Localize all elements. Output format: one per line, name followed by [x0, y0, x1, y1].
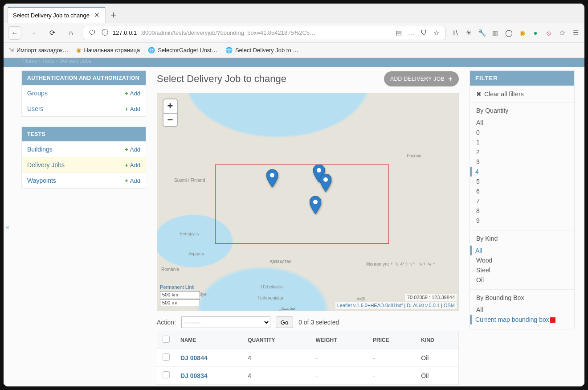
home-button[interactable]: ⌂	[64, 26, 78, 40]
col-quantity[interactable]: QUANTITY	[242, 331, 310, 349]
map-coords: 70.02059 : 123.39844	[405, 294, 457, 301]
filter-kind-item[interactable]: Oil	[476, 275, 568, 285]
col-weight[interactable]: WEIGHT	[310, 331, 368, 349]
row-checkbox[interactable]	[163, 371, 170, 378]
bookmark-import[interactable]: ⇲Импорт закладок…	[9, 47, 68, 53]
bookmark-selectdelivery[interactable]: 🌐Select Delivery Job to …	[225, 47, 298, 53]
go-button[interactable]: Go	[276, 316, 293, 328]
action-select[interactable]: ---------	[181, 316, 270, 328]
row-name-link[interactable]: DJ 00834	[175, 367, 242, 385]
filter-kind-item[interactable]: All	[470, 246, 568, 255]
filter-quantity-item[interactable]: 3	[476, 157, 568, 167]
lock-icon: ⓘ	[100, 29, 109, 37]
devtool-icon[interactable]: 🔧	[478, 29, 486, 37]
row-checkbox[interactable]	[163, 353, 170, 361]
sidebar-ext-icon[interactable]: ▥	[491, 29, 500, 37]
plus-icon: +	[125, 90, 128, 97]
url-bar[interactable]: 🛡 ⓘ 127.0.0.1:8000/admin/tests/deliveryj…	[83, 26, 445, 40]
add-buildings[interactable]: +Add	[125, 146, 140, 153]
ext-gear-icon[interactable]: ✿	[558, 29, 567, 37]
filter-bbox-all[interactable]: All	[476, 305, 568, 315]
sidebar-item-users[interactable]: Users+Add	[22, 101, 146, 116]
ext-orange-icon[interactable]: ◉	[518, 29, 527, 37]
plus-icon: +	[125, 177, 128, 184]
firefox-icon: ◉	[76, 47, 81, 53]
url-host: 127.0.0.1	[113, 29, 137, 36]
new-tab-button[interactable]: ＋	[106, 7, 122, 23]
permalink[interactable]: Permanent Link	[160, 284, 200, 290]
col-name[interactable]: NAME	[175, 331, 242, 349]
ext-noscript-icon[interactable]: ⦸	[544, 29, 553, 37]
filter-quantity-item[interactable]: 6	[476, 186, 568, 196]
sidebar-section-auth: AUTHENTICATION AND AUTHORIZATION	[22, 71, 146, 85]
add-groups[interactable]: +Add	[125, 90, 140, 97]
breadcrumb: Home › Tests › Delivery Jobs	[4, 58, 584, 67]
map-label: Suomi / Finland	[174, 178, 205, 183]
map-marker[interactable]	[320, 174, 331, 192]
filter-kind-item[interactable]: Steel	[476, 265, 568, 275]
clear-all-filters[interactable]: ✖Clear all filters	[476, 90, 568, 98]
more-icon[interactable]: …	[407, 29, 416, 37]
osm-link[interactable]: OSM	[444, 303, 455, 308]
bookmark-startpage[interactable]: ◉Начальная страница	[76, 47, 140, 53]
scale-km: 500 km	[160, 291, 200, 298]
ext1-icon[interactable]: ✳	[464, 29, 473, 37]
filter-quantity-item[interactable]: 5	[476, 177, 568, 186]
filter-quantity-item[interactable]: 1	[476, 137, 568, 147]
account-icon[interactable]: ◯	[504, 29, 513, 37]
menu-icon[interactable]: ☰	[571, 29, 580, 37]
ext-green-icon[interactable]: ●	[531, 29, 540, 37]
filter-quantity-item[interactable]: All	[476, 118, 568, 127]
filter-quantity-title: By Quantity	[476, 107, 568, 114]
filter-bbox-current[interactable]: Current map bounding box	[470, 315, 568, 324]
sidebar-item-buildings[interactable]: Buildings+Add	[22, 141, 146, 157]
plus-icon: +	[125, 146, 128, 153]
row-name-link[interactable]: DJ 00844	[175, 349, 242, 367]
reader-icon[interactable]: ▤	[394, 29, 403, 37]
filter-quantity-item[interactable]: 8	[476, 206, 568, 216]
map-label: Қазақстан	[270, 259, 291, 264]
action-row: Action: --------- Go 0 of 3 selected	[157, 316, 459, 328]
filter-quantity-item[interactable]: 9	[476, 216, 568, 226]
map-label: Україна	[188, 251, 204, 256]
filter-kind-item[interactable]: Wood	[476, 255, 568, 265]
map-marker[interactable]	[310, 196, 321, 214]
zoom-in-button[interactable]: +	[163, 99, 177, 113]
browser-tab[interactable]: Select Delivery Job to change ✕	[7, 7, 106, 23]
back-button[interactable]: ←	[8, 26, 21, 40]
sidebar-item-deliveryjobs[interactable]: Delivery Jobs+Add	[22, 157, 146, 172]
leaflet-link[interactable]: Leaflet v.1.6.0+HEAD.0c81bdf	[337, 303, 403, 308]
zoom-out-button[interactable]: −	[163, 113, 177, 126]
add-waypoints[interactable]: +Add	[125, 177, 140, 184]
filter-quantity-item[interactable]: 7	[476, 196, 568, 206]
filter-quantity-item[interactable]: 4	[470, 167, 568, 177]
add-delivery-job-button[interactable]: ADD DELIVERY JOB+	[384, 71, 459, 86]
map[interactable]: Suomi / FinlandРоссияБеларусьУкраїнаRomâ…	[157, 93, 459, 311]
globe-icon: 🌐	[148, 47, 155, 53]
bookmark-bar: ⇲Импорт закладок… ◉Начальная страница 🌐S…	[4, 43, 584, 58]
filter-kind-title: By Kind	[476, 235, 568, 242]
sidebar-item-waypoints[interactable]: Waypoints+Add	[22, 172, 146, 188]
map-marker[interactable]	[266, 169, 278, 187]
library-icon[interactable]: ⫴\	[451, 29, 460, 37]
add-deliveryjobs[interactable]: +Add	[125, 162, 140, 168]
svg-point-3	[313, 200, 318, 204]
select-all-checkbox[interactable]	[163, 336, 170, 343]
filter-quantity-item[interactable]: 2	[476, 147, 568, 157]
bookmark-star-icon[interactable]: ☆	[432, 29, 441, 37]
tab-close-icon[interactable]: ✕	[94, 11, 100, 19]
sidebar-item-groups[interactable]: Groups+Add	[22, 85, 146, 101]
selection-count: 0 of 3 selected	[298, 319, 339, 326]
col-price[interactable]: PRICE	[368, 331, 416, 349]
pocket-icon[interactable]: ⛉	[419, 29, 428, 37]
forward-button[interactable]: →	[27, 26, 40, 40]
filter-quantity-item[interactable]: 0	[476, 127, 568, 137]
reload-button[interactable]: ⟳	[45, 26, 59, 40]
dla-link[interactable]: DLAList v.0.0.1	[407, 303, 440, 308]
collapse-rail[interactable]: «	[4, 67, 12, 386]
sidebar-section-tests: TESTS	[22, 127, 146, 141]
col-kind[interactable]: KIND	[416, 331, 458, 349]
add-users[interactable]: +Add	[125, 106, 140, 112]
map-label: România	[161, 267, 179, 272]
bookmark-selectorgadget[interactable]: 🌐SelectorGadget Unst…	[148, 47, 217, 53]
